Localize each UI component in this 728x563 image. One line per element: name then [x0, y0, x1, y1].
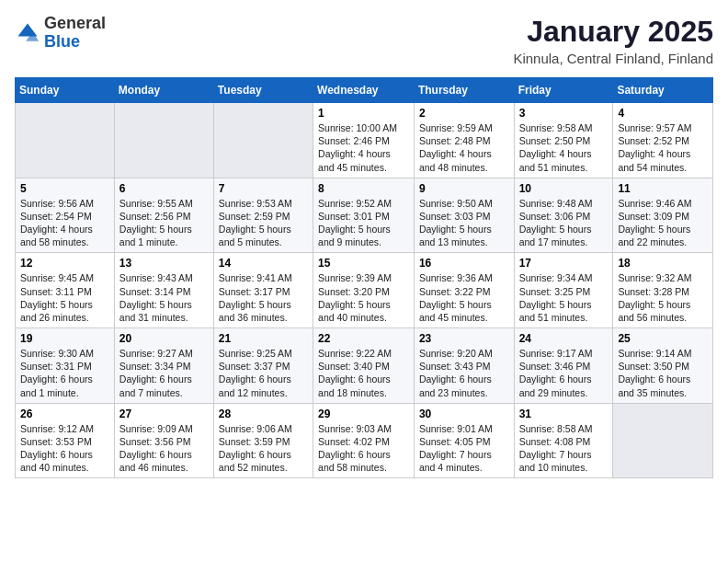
day-info: Sunrise: 9:55 AM Sunset: 2:56 PM Dayligh… [119, 197, 209, 249]
calendar-cell: 30Sunrise: 9:01 AM Sunset: 4:05 PM Dayli… [414, 403, 514, 478]
calendar-cell: 19Sunrise: 9:30 AM Sunset: 3:31 PM Dayli… [16, 328, 115, 404]
calendar-cell: 16Sunrise: 9:36 AM Sunset: 3:22 PM Dayli… [414, 253, 514, 328]
location: Kinnula, Central Finland, Finland [513, 51, 713, 66]
calendar-cell: 13Sunrise: 9:43 AM Sunset: 3:14 PM Dayli… [114, 253, 213, 328]
calendar-cell: 2Sunrise: 9:59 AM Sunset: 2:48 PM Daylig… [414, 103, 514, 178]
day-info: Sunrise: 9:46 AM Sunset: 3:09 PM Dayligh… [618, 197, 708, 249]
calendar-cell: 17Sunrise: 9:34 AM Sunset: 3:25 PM Dayli… [514, 253, 613, 328]
weekday-header-friday: Friday [514, 78, 613, 103]
day-info: Sunrise: 9:27 AM Sunset: 3:34 PM Dayligh… [119, 347, 209, 399]
day-info: Sunrise: 8:58 AM Sunset: 4:08 PM Dayligh… [519, 422, 609, 475]
day-info: Sunrise: 9:25 AM Sunset: 3:37 PM Dayligh… [219, 347, 308, 399]
weekday-header-monday: Monday [114, 78, 213, 103]
calendar-cell: 31Sunrise: 8:58 AM Sunset: 4:08 PM Dayli… [514, 403, 613, 478]
day-info: Sunrise: 10:00 AM Sunset: 2:46 PM Daylig… [318, 121, 409, 174]
calendar-cell: 8Sunrise: 9:52 AM Sunset: 3:01 PM Daylig… [313, 178, 415, 253]
day-info: Sunrise: 9:50 AM Sunset: 3:03 PM Dayligh… [419, 197, 509, 249]
day-info: Sunrise: 9:03 AM Sunset: 4:02 PM Dayligh… [318, 422, 409, 475]
calendar-week-2: 5Sunrise: 9:56 AM Sunset: 2:54 PM Daylig… [16, 178, 713, 253]
calendar-cell: 25Sunrise: 9:14 AM Sunset: 3:50 PM Dayli… [613, 328, 713, 404]
day-info: Sunrise: 9:59 AM Sunset: 2:48 PM Dayligh… [419, 121, 509, 174]
day-number: 3 [519, 107, 609, 120]
calendar-cell: 24Sunrise: 9:17 AM Sunset: 3:46 PM Dayli… [514, 328, 613, 404]
day-info: Sunrise: 9:39 AM Sunset: 3:20 PM Dayligh… [318, 271, 409, 324]
day-info: Sunrise: 9:34 AM Sunset: 3:25 PM Dayligh… [519, 271, 609, 324]
day-info: Sunrise: 9:14 AM Sunset: 3:50 PM Dayligh… [618, 347, 708, 399]
day-info: Sunrise: 9:06 AM Sunset: 3:59 PM Dayligh… [219, 422, 308, 475]
calendar-cell: 6Sunrise: 9:55 AM Sunset: 2:56 PM Daylig… [114, 178, 213, 253]
weekday-header-saturday: Saturday [613, 78, 713, 103]
day-info: Sunrise: 9:20 AM Sunset: 3:43 PM Dayligh… [419, 347, 509, 399]
calendar-cell [16, 103, 115, 178]
day-number: 30 [419, 408, 509, 420]
calendar-cell: 12Sunrise: 9:45 AM Sunset: 3:11 PM Dayli… [16, 253, 115, 328]
day-number: 6 [119, 182, 209, 195]
day-number: 19 [20, 332, 109, 345]
calendar-cell [114, 103, 213, 178]
logo-general: General [44, 14, 106, 32]
day-number: 8 [318, 182, 409, 195]
calendar-cell: 9Sunrise: 9:50 AM Sunset: 3:03 PM Daylig… [414, 178, 514, 253]
day-number: 4 [618, 107, 708, 120]
calendar-cell: 10Sunrise: 9:48 AM Sunset: 3:06 PM Dayli… [514, 178, 613, 253]
calendar-week-5: 26Sunrise: 9:12 AM Sunset: 3:53 PM Dayli… [16, 403, 713, 478]
day-info: Sunrise: 9:41 AM Sunset: 3:17 PM Dayligh… [219, 271, 308, 324]
day-number: 9 [419, 182, 509, 195]
weekday-header-thursday: Thursday [414, 78, 514, 103]
day-info: Sunrise: 9:43 AM Sunset: 3:14 PM Dayligh… [119, 271, 209, 324]
day-info: Sunrise: 9:01 AM Sunset: 4:05 PM Dayligh… [419, 422, 509, 475]
calendar-cell: 4Sunrise: 9:57 AM Sunset: 2:52 PM Daylig… [613, 103, 713, 178]
day-number: 25 [618, 332, 708, 345]
title-block: January 2025 Kinnula, Central Finland, F… [513, 15, 713, 66]
day-number: 26 [20, 408, 109, 420]
day-number: 14 [219, 257, 308, 270]
calendar-cell: 22Sunrise: 9:22 AM Sunset: 3:40 PM Dayli… [313, 328, 415, 404]
calendar-cell: 11Sunrise: 9:46 AM Sunset: 3:09 PM Dayli… [613, 178, 713, 253]
calendar-cell: 5Sunrise: 9:56 AM Sunset: 2:54 PM Daylig… [16, 178, 115, 253]
calendar-cell: 23Sunrise: 9:20 AM Sunset: 3:43 PM Dayli… [414, 328, 514, 404]
month-title: January 2025 [513, 15, 713, 49]
day-info: Sunrise: 9:57 AM Sunset: 2:52 PM Dayligh… [618, 121, 708, 174]
day-info: Sunrise: 9:32 AM Sunset: 3:28 PM Dayligh… [618, 271, 708, 324]
calendar-cell: 29Sunrise: 9:03 AM Sunset: 4:02 PM Dayli… [313, 403, 415, 478]
day-info: Sunrise: 9:09 AM Sunset: 3:56 PM Dayligh… [119, 422, 209, 475]
logo-blue: Blue [44, 32, 80, 51]
day-number: 22 [318, 332, 409, 345]
day-number: 13 [119, 257, 209, 270]
weekday-header-tuesday: Tuesday [213, 78, 313, 103]
day-number: 12 [20, 257, 109, 270]
logo-text: General Blue [44, 15, 106, 52]
day-info: Sunrise: 9:52 AM Sunset: 3:01 PM Dayligh… [318, 197, 409, 249]
calendar-cell: 21Sunrise: 9:25 AM Sunset: 3:37 PM Dayli… [213, 328, 313, 404]
calendar-cell: 18Sunrise: 9:32 AM Sunset: 3:28 PM Dayli… [613, 253, 713, 328]
day-number: 21 [219, 332, 308, 345]
day-number: 16 [419, 257, 509, 270]
day-number: 2 [419, 107, 509, 120]
day-number: 7 [219, 182, 308, 195]
day-number: 15 [318, 257, 409, 270]
day-number: 17 [519, 257, 609, 270]
calendar-cell: 26Sunrise: 9:12 AM Sunset: 3:53 PM Dayli… [16, 403, 115, 478]
day-info: Sunrise: 9:36 AM Sunset: 3:22 PM Dayligh… [419, 271, 509, 324]
day-number: 23 [419, 332, 509, 345]
calendar-week-1: 1Sunrise: 10:00 AM Sunset: 2:46 PM Dayli… [16, 103, 713, 178]
day-number: 29 [318, 408, 409, 420]
day-number: 1 [318, 107, 409, 120]
page-header: General Blue January 2025 Kinnula, Centr… [15, 15, 713, 66]
calendar-cell: 28Sunrise: 9:06 AM Sunset: 3:59 PM Dayli… [213, 403, 313, 478]
day-info: Sunrise: 9:30 AM Sunset: 3:31 PM Dayligh… [20, 347, 109, 399]
day-number: 24 [519, 332, 609, 345]
day-info: Sunrise: 9:45 AM Sunset: 3:11 PM Dayligh… [20, 271, 109, 324]
day-number: 31 [519, 408, 609, 420]
day-number: 28 [219, 408, 308, 420]
day-number: 11 [618, 182, 708, 195]
day-info: Sunrise: 9:22 AM Sunset: 3:40 PM Dayligh… [318, 347, 409, 399]
day-number: 27 [119, 408, 209, 420]
calendar-cell: 15Sunrise: 9:39 AM Sunset: 3:20 PM Dayli… [313, 253, 415, 328]
calendar-week-3: 12Sunrise: 9:45 AM Sunset: 3:11 PM Dayli… [16, 253, 713, 328]
calendar-cell [213, 103, 313, 178]
day-number: 5 [20, 182, 109, 195]
calendar-cell: 27Sunrise: 9:09 AM Sunset: 3:56 PM Dayli… [114, 403, 213, 478]
logo-icon [15, 20, 40, 46]
calendar-cell: 20Sunrise: 9:27 AM Sunset: 3:34 PM Dayli… [114, 328, 213, 404]
